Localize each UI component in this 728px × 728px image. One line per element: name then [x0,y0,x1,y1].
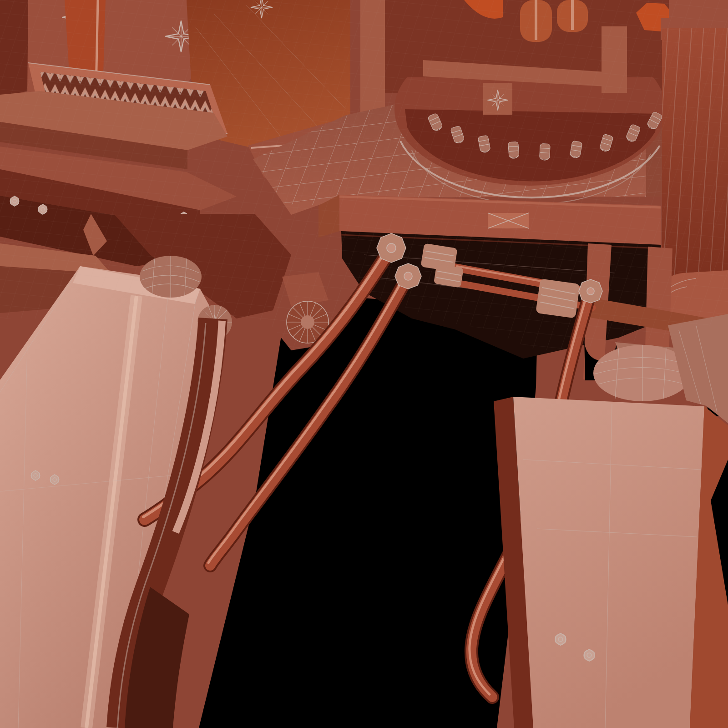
arm-bolt [31,470,40,480]
arm-bolt [555,633,566,645]
wireframe-mesh-overlay [0,0,728,350]
right-lift-arm [494,397,728,728]
arm-bolt [584,649,595,661]
render-viewport [0,0,728,728]
arm-bolt [50,475,59,485]
